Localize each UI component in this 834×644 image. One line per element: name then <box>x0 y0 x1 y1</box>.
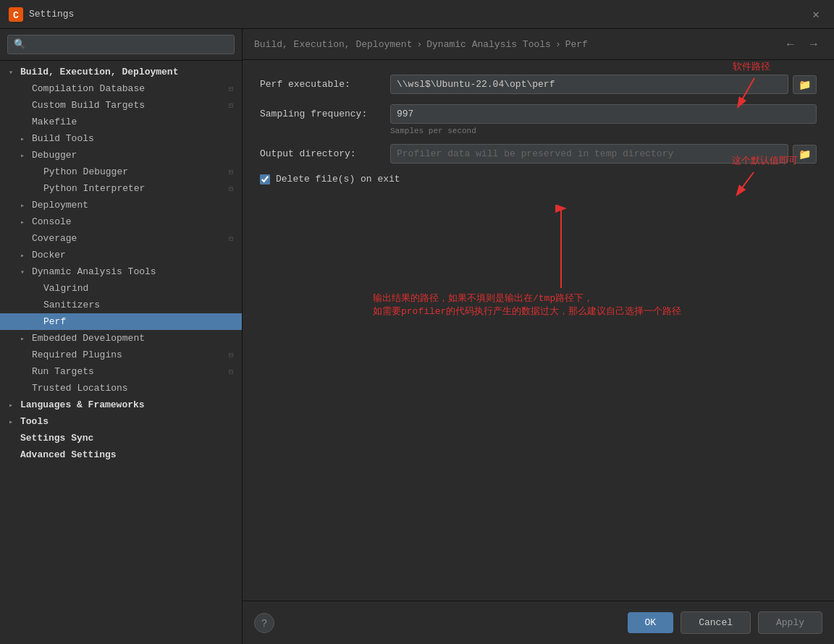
app-icon: C <box>9 7 23 22</box>
sidebar-item-label: Run Targets <box>32 366 94 377</box>
forward-button[interactable]: → <box>805 36 822 52</box>
sidebar-item-python-debugger[interactable]: Python Debugger ⊟ <box>0 164 242 180</box>
ok-button[interactable]: OK <box>628 612 674 633</box>
sidebar-item-build-execution-deployment[interactable]: Build, Execution, Deployment <box>0 64 242 80</box>
dialog-body: Build, Execution, Deployment Compilation… <box>0 29 834 644</box>
sidebar-item-label: Valgrind <box>43 283 88 294</box>
sidebar-item-label: Perf <box>43 316 66 327</box>
back-button[interactable]: ← <box>782 36 799 52</box>
perf-executable-label: Perf executable: <box>260 79 390 90</box>
sidebar-nav: Build, Execution, Deployment Compilation… <box>0 61 242 644</box>
scroll-icon: ⊟ <box>229 85 233 93</box>
cancel-button[interactable]: Cancel <box>681 611 751 634</box>
sidebar-item-label: Coverage <box>32 233 77 244</box>
delete-files-label: Delete file(s) on exit <box>276 174 400 185</box>
sidebar-item-compilation-database[interactable]: Compilation Database ⊟ <box>0 80 242 97</box>
expand-arrow <box>20 334 30 343</box>
sidebar-item-settings-sync[interactable]: Settings Sync <box>0 430 242 446</box>
sidebar-item-label: Console <box>32 216 72 227</box>
annotation-output-path: 输出结果的路径，如果不填则是输出在/tmp路径下， 如需要profiler的代码… <box>373 292 681 318</box>
sampling-frequency-row: Sampling frequency: <box>260 104 817 124</box>
perf-executable-folder-btn[interactable]: 📁 <box>793 75 817 94</box>
perf-executable-input[interactable] <box>390 75 788 94</box>
expand-arrow <box>20 135 30 143</box>
output-directory-input[interactable] <box>390 144 788 164</box>
expand-arrow <box>20 268 30 276</box>
help-button[interactable]: ? <box>254 613 274 633</box>
apply-button[interactable]: Apply <box>758 611 822 634</box>
sidebar-item-custom-build-targets[interactable]: Custom Build Targets ⊟ <box>0 97 242 114</box>
sidebar-item-label: Docker <box>32 250 66 260</box>
window-title: Settings <box>29 9 806 20</box>
scroll-icon: ⊟ <box>229 101 233 110</box>
content-form: Perf executable: 📁 Sampling frequency: S… <box>243 60 834 601</box>
content-area: Build, Execution, Deployment › Dynamic A… <box>243 29 834 644</box>
annotation-software-path-text: 软件路径 <box>733 61 770 72</box>
output-directory-label: Output directory: <box>260 148 390 159</box>
sidebar-item-label: Build, Execution, Deployment <box>20 67 178 77</box>
breadcrumb-part-2: Dynamic Analysis Tools <box>426 39 551 50</box>
sidebar-item-run-targets[interactable]: Run Targets ⊟ <box>0 363 242 380</box>
sidebar-item-makefile[interactable]: Makefile <box>0 114 242 130</box>
sidebar-item-required-plugins[interactable]: Required Plugins ⊟ <box>0 347 242 363</box>
sidebar-item-docker[interactable]: Docker <box>0 247 242 263</box>
sampling-frequency-input[interactable] <box>390 104 817 124</box>
sidebar-item-label: Python Debugger <box>43 166 128 177</box>
sidebar-item-label: Languages & Frameworks <box>20 399 145 410</box>
annotation-output-path-line2: 如需要profiler的代码执行产生的数据过大，那么建议自己选择一个路径 <box>373 305 681 318</box>
expand-arrow <box>9 68 19 77</box>
output-directory-input-wrap: 📁 <box>390 144 817 164</box>
sidebar-item-trusted-locations[interactable]: Trusted Locations <box>0 380 242 397</box>
breadcrumb-separator-2: › <box>555 39 561 50</box>
expand-arrow <box>20 251 30 260</box>
sampling-frequency-label: Sampling frequency: <box>260 109 390 119</box>
delete-files-row: Delete file(s) on exit <box>260 174 817 185</box>
sidebar-item-tools[interactable]: Tools <box>0 413 242 430</box>
annotation-output-path-line1: 输出结果的路径，如果不填则是输出在/tmp路径下， <box>373 292 681 305</box>
bottom-bar: ? OK Cancel Apply <box>243 601 834 644</box>
titlebar: C Settings ✕ <box>0 0 834 29</box>
sidebar-item-python-interpreter[interactable]: Python Interpreter ⊟ <box>0 180 242 197</box>
sidebar-item-advanced-settings[interactable]: Advanced Settings <box>0 446 242 463</box>
sidebar-item-deployment[interactable]: Deployment <box>0 197 242 213</box>
sidebar-item-build-tools[interactable]: Build Tools <box>0 130 242 147</box>
expand-arrow <box>9 401 19 410</box>
scroll-icon: ⊟ <box>229 185 233 193</box>
expand-arrow <box>9 418 19 426</box>
sidebar-item-label: Deployment <box>32 200 88 211</box>
sidebar-item-valgrind[interactable]: Valgrind <box>0 280 242 297</box>
perf-executable-row: Perf executable: 📁 <box>260 75 817 94</box>
breadcrumb-part-3: Perf <box>565 39 588 50</box>
expand-arrow <box>20 151 30 160</box>
sidebar-item-label: Makefile <box>32 116 77 127</box>
output-directory-folder-btn[interactable]: 📁 <box>793 145 817 164</box>
expand-arrow <box>20 218 30 226</box>
sidebar-item-debugger[interactable]: Debugger <box>0 147 242 164</box>
sidebar-item-label: Python Interpreter <box>43 183 145 194</box>
sidebar-item-label: Settings Sync <box>20 433 93 444</box>
breadcrumb-separator-1: › <box>416 39 422 50</box>
scroll-icon: ⊟ <box>229 368 233 376</box>
sidebar-item-console[interactable]: Console <box>0 213 242 230</box>
sidebar-item-coverage[interactable]: Coverage ⊟ <box>0 230 242 247</box>
perf-executable-input-wrap: 📁 <box>390 75 817 94</box>
sidebar-item-label: Debugger <box>32 150 77 161</box>
sidebar-item-label: Required Plugins <box>32 349 122 360</box>
close-button[interactable]: ✕ <box>806 4 825 25</box>
sidebar-item-label: Tools <box>20 416 49 427</box>
sidebar-item-label: Compilation Database <box>32 83 145 94</box>
sidebar-item-perf[interactable]: Perf <box>0 313 242 330</box>
search-input[interactable] <box>7 35 235 54</box>
breadcrumb-nav: ← → <box>782 36 822 52</box>
sidebar-item-label: Sanitizers <box>43 300 100 310</box>
sidebar-item-embedded-development[interactable]: Embedded Development <box>0 330 242 347</box>
svg-text:C: C <box>13 10 19 21</box>
sidebar-item-dynamic-analysis-tools[interactable]: Dynamic Analysis Tools <box>0 263 242 280</box>
search-bar <box>0 29 242 61</box>
scroll-icon: ⊟ <box>229 168 233 177</box>
sidebar-item-languages-frameworks[interactable]: Languages & Frameworks <box>0 397 242 413</box>
sidebar-item-sanitizers[interactable]: Sanitizers <box>0 297 242 313</box>
delete-files-checkbox[interactable] <box>260 174 270 185</box>
output-directory-row: Output directory: 📁 <box>260 144 817 164</box>
breadcrumb-part-1: Build, Execution, Deployment <box>254 39 412 50</box>
